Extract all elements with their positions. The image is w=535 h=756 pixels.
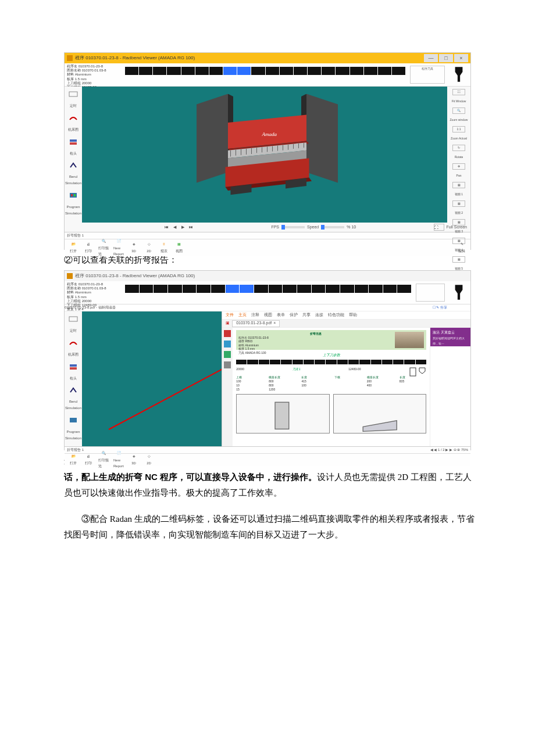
pdf-tab[interactable]: 010370.01-23-8.pdf×	[232, 320, 280, 327]
print-button[interactable]: 🖨打印	[83, 243, 94, 253]
app-icon	[67, 273, 73, 279]
press-brake-machine: Amada	[181, 94, 348, 203]
head-icon[interactable]	[68, 138, 79, 146]
pdf-menu-item[interactable]: 连接	[315, 311, 323, 319]
pdf-tab-bar: ▣ 010370.01-23-8.pdf×	[222, 320, 470, 328]
fit-window-button[interactable]: ⛶	[452, 89, 465, 95]
view5-button[interactable]: ▦	[452, 256, 465, 263]
program-info-bar: 程序名 010370.01-23-8 图形名称 010370.01.03-8 材…	[65, 281, 470, 304]
pdf-menu-item[interactable]: 保护	[290, 311, 298, 319]
pdf-menu-item[interactable]: 注释	[251, 311, 259, 319]
3d-button[interactable]: ◈3D	[129, 243, 139, 253]
pdf-menu-item[interactable]: 共享	[302, 311, 311, 319]
speed-label: Speed	[307, 224, 319, 231]
edit-button[interactable]: ✎编辑	[456, 243, 467, 253]
maximize-button[interactable]: □	[439, 54, 453, 62]
new-report-button[interactable]: 📄New Report	[113, 243, 124, 253]
fullscreen-button[interactable]: ⛶	[434, 224, 444, 231]
rtool-label: Zoom Actual	[451, 136, 467, 141]
fps-label: FPS	[271, 224, 279, 231]
svg-rect-39	[275, 402, 289, 429]
fps-slider[interactable]	[281, 226, 305, 228]
svg-rect-4	[71, 194, 73, 196]
view-icon[interactable]	[68, 90, 79, 98]
svg-rect-0	[69, 92, 77, 96]
screenshot-radbend-3d: 程序 010370.01-23-8 - Radbend Viewer (AMAD…	[64, 52, 471, 250]
pdf-menu-item[interactable]: 特色功能	[328, 311, 344, 319]
view-button[interactable]: ▦视图	[174, 243, 184, 253]
screenshot-radbend-report: 程序 010370.01-23-8 - Radbend Viewer (AMAD…	[64, 270, 471, 450]
right-toolbar: ⛶ Fit Window 🔍 Zoom window 1:1 Zoom Actu…	[447, 87, 470, 223]
activation-banner[interactable]: 激活 天翼盘云 买好福昕阅读PDF文档大师，装一	[430, 328, 470, 346]
machine-icon[interactable]	[68, 339, 79, 347]
pdf-menu-item[interactable]: 表单	[277, 311, 285, 319]
info-program: 程序名 010370.01-23-8	[67, 65, 120, 69]
svg-rect-5	[74, 194, 76, 196]
pdf-menu-item[interactable]: 视图	[264, 311, 272, 319]
program-info-bar: 程序名 010370.01-23-8 图形名称 010370.01.03-8 材…	[65, 63, 470, 87]
machine-icon[interactable]	[68, 114, 79, 122]
svg-rect-37	[70, 418, 77, 422]
print-preview-button[interactable]: 🔍打印预览	[98, 243, 109, 253]
zoom-window-button[interactable]: 🔍	[452, 108, 465, 114]
skip-end-button[interactable]: ⏭	[188, 224, 194, 230]
print-button[interactable]: 🖨打印	[83, 455, 94, 465]
close-button[interactable]: ×	[454, 54, 468, 62]
pdf-tool-icon[interactable]	[224, 351, 231, 358]
bottom-section-label: 折弯报告 1 ◀ ◀ 1 / 2 ▶ ▶ ⊖ ⊕ 75%	[65, 446, 470, 453]
3d-viewport[interactable]: Amada	[82, 87, 447, 223]
view2-button[interactable]: ▦	[452, 200, 465, 207]
tool-label: 机床图	[68, 127, 79, 133]
pdf-tool-icon[interactable]	[224, 361, 231, 368]
die-profile-icon	[447, 63, 470, 86]
zoom-actual-button[interactable]: 1:1	[452, 126, 465, 132]
play-button[interactable]: ▶	[180, 224, 186, 230]
dimension-diagram	[236, 394, 426, 433]
pdf-menu-item[interactable]: 文件	[226, 311, 234, 319]
3d-button[interactable]: ◈3D	[129, 455, 139, 465]
tool-ruler	[123, 281, 413, 304]
pdf-report-panel: 文件 主页 注释 视图 表单 保护 共享 连接 特色功能 帮助 ▣ 010370…	[222, 311, 470, 446]
pdf-menu: 文件 主页 注释 视图 表单 保护 共享 连接 特色功能 帮助	[222, 311, 470, 320]
skip-start-button[interactable]: ⏮	[163, 224, 169, 230]
2d-button[interactable]: ◇2D	[144, 243, 154, 253]
report-button[interactable]: ≡报表	[159, 243, 169, 253]
minimize-button[interactable]: —	[424, 54, 438, 62]
info-material: 材料 Aluminium	[67, 73, 120, 77]
rtool-label: Pan	[456, 173, 462, 178]
3d-viewport[interactable]	[82, 311, 222, 446]
pdf-tool-icon[interactable]	[224, 341, 231, 347]
pdf-menu-item[interactable]: 主页	[238, 311, 247, 319]
2d-button[interactable]: ◇2D	[144, 455, 154, 465]
info-punch: 上刀模组 20000	[67, 81, 120, 85]
tool-ruler	[123, 63, 408, 86]
open-button[interactable]: 📂打开	[68, 243, 79, 253]
pdf-menu-item[interactable]: 帮助	[349, 311, 357, 319]
pdf-title-bar: 010370.01-23-8.pdf - 福昕阅读器 ☐ ✎ 分享	[65, 304, 470, 311]
bend-sim-icon[interactable]	[68, 386, 79, 394]
svg-rect-36	[70, 367, 77, 370]
print-preview-button[interactable]: 🔍打印预览	[98, 455, 109, 465]
program-sim-icon[interactable]	[68, 191, 79, 199]
new-report-button[interactable]: 📄New Report	[113, 455, 124, 465]
head-icon[interactable]	[68, 363, 79, 371]
view-icon[interactable]	[68, 315, 79, 323]
info-drawing: 图形名称 010370.01.03-8	[67, 69, 120, 73]
prev-button[interactable]: ◀	[172, 224, 177, 230]
info-thickness: 板厚 1.5 mm	[67, 77, 120, 81]
speed-slider[interactable]	[321, 226, 344, 228]
bend-sim-icon[interactable]	[68, 161, 79, 169]
left-toolbar: 定时 机床图 枪头 Bend Simulation Program Simula…	[65, 311, 82, 446]
tool-label: Program Simulation	[65, 204, 82, 217]
rtool-label: 视图 1	[455, 192, 463, 197]
pdf-tool-icon[interactable]	[224, 330, 231, 337]
tool-label: 枪头	[70, 151, 77, 157]
window-title: 程序 010370.01-23-8 - Radbend Viewer (AMAD…	[75, 272, 195, 280]
program-sim-icon[interactable]	[68, 416, 79, 424]
open-button[interactable]: 📂打开	[68, 455, 79, 465]
pan-button[interactable]: ✥	[452, 163, 465, 170]
rotate-button[interactable]: ↻	[452, 145, 465, 151]
window-titlebar: 程序 010370.01-23-8 - Radbend Viewer (AMAD…	[65, 53, 470, 63]
svg-marker-6	[197, 94, 228, 183]
view1-button[interactable]: ▦	[452, 182, 465, 188]
